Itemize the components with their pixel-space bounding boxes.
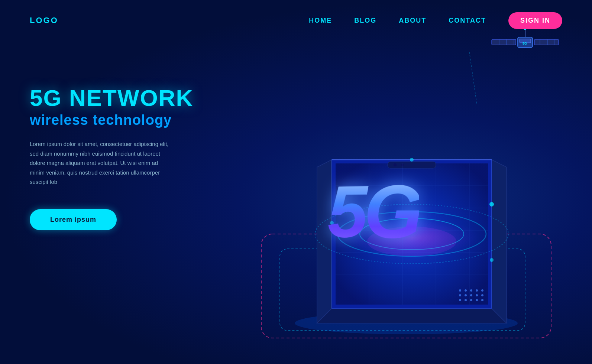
hero-body-text: Lorem ipsum dolor sit amet, consectetuer… xyxy=(30,139,171,187)
svg-point-38 xyxy=(481,289,483,292)
svg-point-27 xyxy=(476,294,478,296)
nav-home[interactable]: HOME xyxy=(309,17,332,25)
nav-about[interactable]: ABOUT xyxy=(399,17,426,25)
logo[interactable]: LOGO xyxy=(30,16,58,25)
hero-text-block: 5G NETWORK wireless technology Lorem ips… xyxy=(30,85,193,230)
svg-point-33 xyxy=(481,299,483,301)
nav-contact[interactable]: CONTACT xyxy=(449,17,486,25)
svg-point-31 xyxy=(470,299,472,301)
svg-point-34 xyxy=(459,289,461,292)
svg-point-35 xyxy=(465,289,467,292)
hero-subtitle: wireless technology xyxy=(30,112,193,128)
svg-point-39 xyxy=(489,202,494,207)
svg-point-25 xyxy=(465,294,467,296)
hero-title: 5G NETWORK xyxy=(30,85,193,111)
nav-blog[interactable]: BLOG xyxy=(354,17,376,25)
hero-section: 5G NETWORK wireless technology Lorem ips… xyxy=(0,41,592,364)
svg-point-30 xyxy=(465,299,467,301)
cta-button[interactable]: Lorem ipsum xyxy=(30,209,117,230)
svg-point-28 xyxy=(481,294,483,296)
svg-point-17 xyxy=(394,163,397,166)
svg-point-26 xyxy=(470,294,472,296)
hologram-5g-text: 5G xyxy=(328,173,419,250)
svg-point-32 xyxy=(476,299,478,301)
hero-illustration: 5G xyxy=(217,11,592,364)
nav-links: HOME BLOG ABOUT CONTACT SIGN IN xyxy=(309,12,562,29)
svg-point-42 xyxy=(410,158,414,162)
signin-button[interactable]: SIGN IN xyxy=(508,12,562,29)
svg-point-37 xyxy=(476,289,478,292)
svg-point-36 xyxy=(470,289,472,292)
svg-point-24 xyxy=(459,294,461,296)
svg-point-40 xyxy=(490,258,494,262)
svg-text:5G: 5G xyxy=(523,42,527,45)
navbar: LOGO HOME BLOG ABOUT CONTACT SIGN IN xyxy=(0,0,592,41)
svg-point-29 xyxy=(459,299,461,301)
